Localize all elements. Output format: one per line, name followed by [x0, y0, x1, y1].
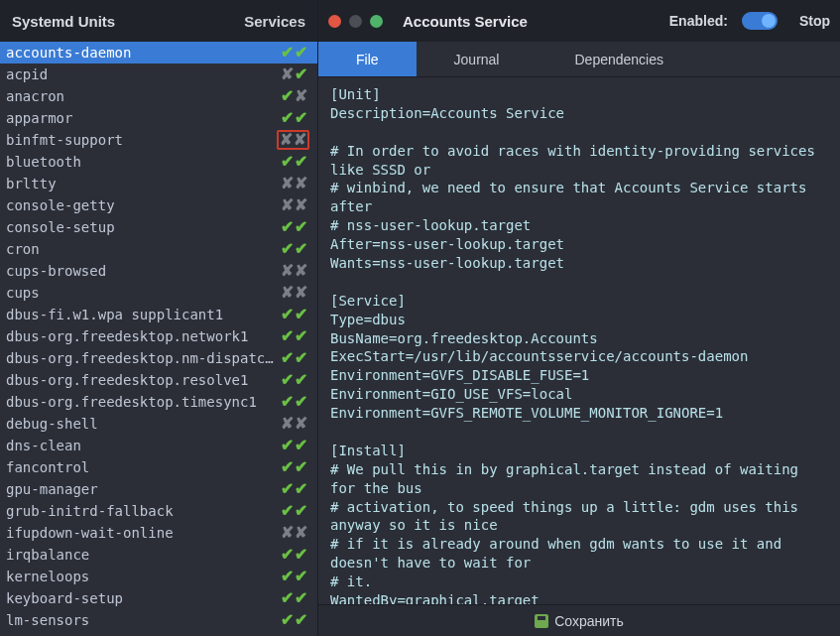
unit-name: lm-sensors [6, 612, 279, 628]
unit-row-brltty[interactable]: brltty✘✘ [0, 173, 317, 194]
unit-name: kerneloops [6, 569, 279, 584]
unit-name: cups [6, 285, 279, 301]
check-icon: ✔ [281, 241, 294, 257]
unit-row-accounts-daemon[interactable]: accounts-daemon✔✔ [0, 42, 317, 64]
unit-row-dbus-org.freedesktop.network1[interactable]: dbus-org.freedesktop.network1✔✔ [0, 325, 317, 347]
unit-row-bluetooth[interactable]: bluetooth✔✔ [0, 151, 317, 173]
check-icon: ✔ [295, 569, 307, 584]
unit-status: ✔✔ [279, 547, 309, 563]
unit-name: acpid [6, 66, 279, 82]
right-panel: Accounts Service Enabled: Stop FileJourn… [317, 0, 840, 636]
unit-row-binfmt-support[interactable]: binfmt-support✘✘ [0, 129, 317, 151]
unit-status: ✔✘ [279, 88, 309, 104]
tab-dependencies[interactable]: Dependencies [537, 42, 701, 76]
unit-row-dns-clean[interactable]: dns-clean✔✔ [0, 435, 317, 456]
cross-icon: ✘ [295, 263, 307, 279]
check-icon: ✔ [295, 328, 307, 344]
tab-journal[interactable]: Journal [417, 42, 538, 76]
filter-services-label[interactable]: Services [244, 13, 305, 30]
unit-status: ✘✘ [279, 197, 309, 213]
check-icon: ✔ [295, 154, 307, 170]
unit-status: ✘✔ [279, 66, 309, 82]
unit-row-cron[interactable]: cron✔✔ [0, 238, 317, 260]
unit-row-dbus-fi.w1.wpa_supplicant1[interactable]: dbus-fi.w1.wpa_supplicant1✔✔ [0, 304, 317, 325]
check-icon: ✔ [281, 372, 294, 388]
check-icon: ✔ [281, 328, 294, 344]
unit-row-gpu-manager[interactable]: gpu-manager✔✔ [0, 478, 317, 500]
check-icon: ✔ [295, 350, 307, 366]
unit-row-grub-initrd-fallback[interactable]: grub-initrd-fallback✔✔ [0, 500, 317, 522]
unit-row-acpid[interactable]: acpid✘✔ [0, 64, 317, 85]
cross-icon: ✘ [281, 263, 294, 279]
unit-row-cups-browsed[interactable]: cups-browsed✘✘ [0, 260, 317, 282]
unit-row-dbus-org.freedesktop.timesync1[interactable]: dbus-org.freedesktop.timesync1✔✔ [0, 391, 317, 413]
check-icon: ✔ [295, 66, 307, 82]
unit-name: apparmor [6, 110, 279, 126]
check-icon: ✔ [281, 438, 294, 453]
cross-icon: ✘ [280, 132, 293, 148]
unit-name: binfmt-support [6, 132, 277, 148]
cross-icon: ✘ [295, 88, 307, 104]
minimize-icon[interactable] [349, 15, 362, 28]
unit-row-fancontrol[interactable]: fancontrol✔✔ [0, 456, 317, 478]
unit-row-dbus-org.freedesktop.resolve1[interactable]: dbus-org.freedesktop.resolve1✔✔ [0, 369, 317, 391]
cross-icon: ✘ [281, 285, 294, 301]
unit-name: dbus-fi.w1.wpa_supplicant1 [6, 307, 279, 322]
cross-icon: ✘ [295, 285, 307, 301]
save-button[interactable]: Сохранить [318, 604, 840, 636]
unit-status: ✔✔ [279, 154, 309, 170]
check-icon: ✔ [281, 503, 294, 519]
check-icon: ✔ [295, 110, 307, 126]
check-icon: ✔ [281, 219, 294, 235]
unit-row-kerneloops[interactable]: kerneloops✔✔ [0, 566, 317, 587]
unit-status: ✔✔ [279, 503, 309, 519]
maximize-icon[interactable] [370, 15, 383, 28]
enabled-toggle[interactable] [742, 12, 778, 30]
unit-row-lm-sensors[interactable]: lm-sensors✔✔ [0, 609, 317, 631]
unit-name: keyboard-setup [6, 590, 279, 606]
unit-status: ✔✔ [279, 569, 309, 584]
unit-row-console-setup[interactable]: console-setup✔✔ [0, 216, 317, 238]
unit-status: ✘✘ [279, 263, 309, 279]
stop-button[interactable]: Stop [799, 13, 830, 29]
file-content[interactable]: [Unit] Description=Accounts Service # In… [318, 77, 840, 604]
unit-row-debug-shell[interactable]: debug-shell✘✘ [0, 413, 317, 435]
unit-status: ✘✘ [279, 176, 309, 191]
unit-name: dbus-org.freedesktop.network1 [6, 328, 279, 344]
left-panel: Systemd Units Services accounts-daemon✔✔… [0, 0, 317, 636]
unit-name: dbus-org.freedesktop.timesync1 [6, 394, 279, 410]
unit-status: ✔✔ [279, 328, 309, 344]
check-icon: ✔ [295, 372, 307, 388]
tab-file[interactable]: File [318, 42, 417, 76]
unit-name: dns-clean [6, 438, 279, 453]
save-label: Сохранить [554, 613, 624, 629]
unit-name: dbus-org.freedesktop.resolve1 [6, 372, 279, 388]
unit-row-network-manager[interactable]: network-manager✔✔ [0, 631, 317, 636]
unit-row-anacron[interactable]: anacron✔✘ [0, 85, 317, 107]
cross-icon: ✘ [281, 197, 294, 213]
unit-status: ✔✔ [279, 459, 309, 475]
unit-name: grub-initrd-fallback [6, 503, 279, 519]
enabled-label: Enabled: [669, 13, 728, 29]
unit-row-ifupdown-wait-online[interactable]: ifupdown-wait-online✘✘ [0, 522, 317, 544]
unit-name: gpu-manager [6, 481, 279, 497]
unit-row-keyboard-setup[interactable]: keyboard-setup✔✔ [0, 587, 317, 609]
unit-row-cups[interactable]: cups✘✘ [0, 282, 317, 304]
check-icon: ✔ [281, 481, 294, 497]
check-icon: ✔ [295, 503, 307, 519]
left-header: Systemd Units Services [0, 0, 317, 42]
cross-icon: ✘ [281, 176, 294, 191]
check-icon: ✔ [295, 459, 307, 475]
unit-row-apparmor[interactable]: apparmor✔✔ [0, 107, 317, 129]
check-icon: ✔ [295, 612, 307, 628]
unit-row-irqbalance[interactable]: irqbalance✔✔ [0, 544, 317, 566]
check-icon: ✔ [281, 547, 294, 563]
unit-list[interactable]: accounts-daemon✔✔acpid✘✔anacron✔✘apparmo… [0, 42, 317, 636]
close-icon[interactable] [328, 15, 341, 28]
unit-row-console-getty[interactable]: console-getty✘✘ [0, 194, 317, 216]
unit-status: ✘✘ [279, 416, 309, 432]
cross-icon: ✘ [295, 416, 307, 432]
unit-row-dbus-org.freedesktop.nm-dispatcher[interactable]: dbus-org.freedesktop.nm-dispatcher✔✔ [0, 347, 317, 369]
unit-status: ✔✔ [279, 394, 309, 410]
unit-name: irqbalance [6, 547, 279, 563]
